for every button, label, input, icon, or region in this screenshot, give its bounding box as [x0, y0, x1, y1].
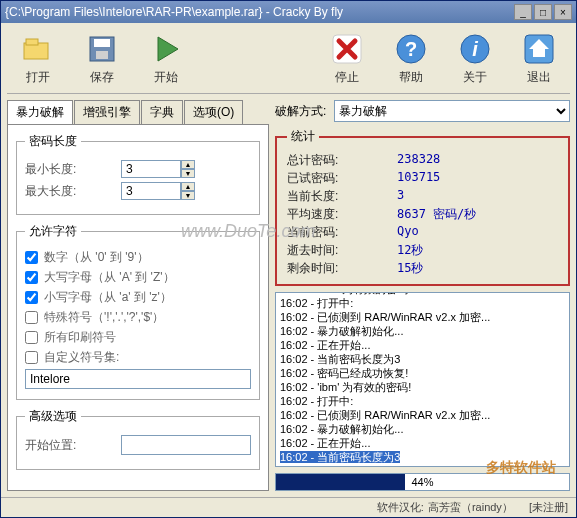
svg-text:?: ?: [405, 38, 417, 60]
progress-text: 44%: [276, 474, 569, 490]
min-length-label: 最小长度:: [25, 161, 115, 178]
start-button[interactable]: 开始: [135, 27, 197, 89]
chk-special[interactable]: [25, 311, 38, 324]
tab-engine[interactable]: 增强引擎: [74, 100, 140, 124]
svg-rect-1: [26, 39, 38, 45]
stat-curpwd: Qyo: [397, 224, 419, 241]
log-line: 16:02 - 已侦测到 RAR/WinRAR v2.x 加密...: [280, 310, 565, 324]
maximize-button[interactable]: □: [534, 4, 552, 20]
chk-digits[interactable]: [25, 251, 38, 264]
stat-curlen: 3: [397, 188, 404, 205]
progress-bar: 44%: [275, 473, 570, 491]
log-line: 16:02 - 暴力破解初始化...: [280, 422, 565, 436]
svg-marker-5: [158, 37, 178, 61]
log-line: 16:02 - 正在开始...: [280, 436, 565, 450]
close-button[interactable]: ×: [554, 4, 572, 20]
help-button[interactable]: ? 帮助: [380, 27, 442, 89]
chk-lower[interactable]: [25, 291, 38, 304]
min-up[interactable]: ▲: [181, 160, 195, 169]
about-button[interactable]: i 关于: [444, 27, 506, 89]
tab-dict[interactable]: 字典: [141, 100, 183, 124]
advanced-group: 高级选项 开始位置:: [16, 408, 260, 470]
log-line: 16:02 - 正在开始...: [280, 338, 565, 352]
tab-brute[interactable]: 暴力破解: [7, 100, 73, 124]
window-title: {C:\Program Files\Intelore\RAR-PR\exampl…: [5, 5, 512, 19]
save-button[interactable]: 保存: [71, 27, 133, 89]
chk-custom[interactable]: [25, 351, 38, 364]
log-line: 16:02 - 打开中:: [280, 394, 565, 408]
stat-remain: 15秒: [397, 260, 423, 277]
exit-button[interactable]: 退出: [508, 27, 570, 89]
min-length-input[interactable]: [121, 160, 181, 178]
chk-printable[interactable]: [25, 331, 38, 344]
log-output[interactable]: 16:01 - 密码已经成功恢复!16:01 - 'ibm' 为有效的密码!16…: [275, 292, 570, 467]
max-length-input[interactable]: [121, 182, 181, 200]
left-panel: 暴力破解 增强引擎 字典 选项(O) 密码长度 最小长度: ▲▼: [7, 100, 269, 491]
reg-status: [未注册]: [529, 500, 568, 515]
log-line: 16:02 - 打开中:: [280, 296, 565, 310]
min-down[interactable]: ▼: [181, 169, 195, 178]
method-label: 破解方式:: [275, 103, 326, 120]
chk-upper[interactable]: [25, 271, 38, 284]
password-length-group: 密码长度 最小长度: ▲▼ 最大长度: ▲▼: [16, 133, 260, 215]
log-line: 16:02 - 当前密码长度为3: [280, 352, 565, 366]
minimize-button[interactable]: _: [514, 4, 532, 20]
log-line: 16:02 - 当前密码长度为3: [280, 450, 565, 464]
help-icon: ?: [393, 31, 429, 67]
method-select[interactable]: 暴力破解: [334, 100, 570, 122]
max-up[interactable]: ▲: [181, 182, 195, 191]
play-icon: [148, 31, 184, 67]
start-pos-input[interactable]: [121, 435, 251, 455]
log-line: 16:02 - 已侦测到 RAR/WinRAR v2.x 加密...: [280, 408, 565, 422]
max-down[interactable]: ▼: [181, 191, 195, 200]
stat-elapsed: 12秒: [397, 242, 423, 259]
svg-rect-4: [96, 51, 108, 59]
stats-group: 统计 总计密码:238328 已试密码:103715 当前长度:3 平均速度:8…: [275, 128, 570, 286]
charset-group: 允许字符 数字（从 '0' 到 '9'） 大写字母（从 'A' 到 'Z'） 小…: [16, 223, 260, 400]
tab-options[interactable]: 选项(O): [184, 100, 243, 124]
folder-open-icon: [20, 31, 56, 67]
toolbar: 打开 保存 开始 停止 ? 帮助 i 关于 退出: [1, 23, 576, 93]
log-line: 16:02 - 暴力破解初始化...: [280, 324, 565, 338]
stop-x-icon: [329, 31, 365, 67]
stat-tried: 103715: [397, 170, 440, 187]
home-icon: [521, 31, 557, 67]
statusbar: 软件汉化:高芳蛮（raindy） [未注册]: [1, 497, 576, 517]
right-panel: 破解方式: 暴力破解 统计 总计密码:238328 已试密码:103715 当前…: [275, 100, 570, 491]
open-button[interactable]: 打开: [7, 27, 69, 89]
log-line: 16:02 - 'ibm' 为有效的密码!: [280, 380, 565, 394]
tabs: 暴力破解 增强引擎 字典 选项(O): [7, 100, 269, 124]
svg-rect-3: [94, 39, 110, 47]
stat-total: 238328: [397, 152, 440, 169]
start-pos-label: 开始位置:: [25, 437, 115, 454]
titlebar: {C:\Program Files\Intelore\RAR-PR\exampl…: [1, 1, 576, 23]
info-icon: i: [457, 31, 493, 67]
max-length-label: 最大长度:: [25, 183, 115, 200]
floppy-icon: [84, 31, 120, 67]
stop-button[interactable]: 停止: [316, 27, 378, 89]
custom-charset-input[interactable]: [25, 369, 251, 389]
log-line: 16:02 - 密码已经成功恢复!: [280, 366, 565, 380]
svg-text:i: i: [472, 38, 478, 60]
stat-speed: 8637 密码/秒: [397, 206, 476, 223]
